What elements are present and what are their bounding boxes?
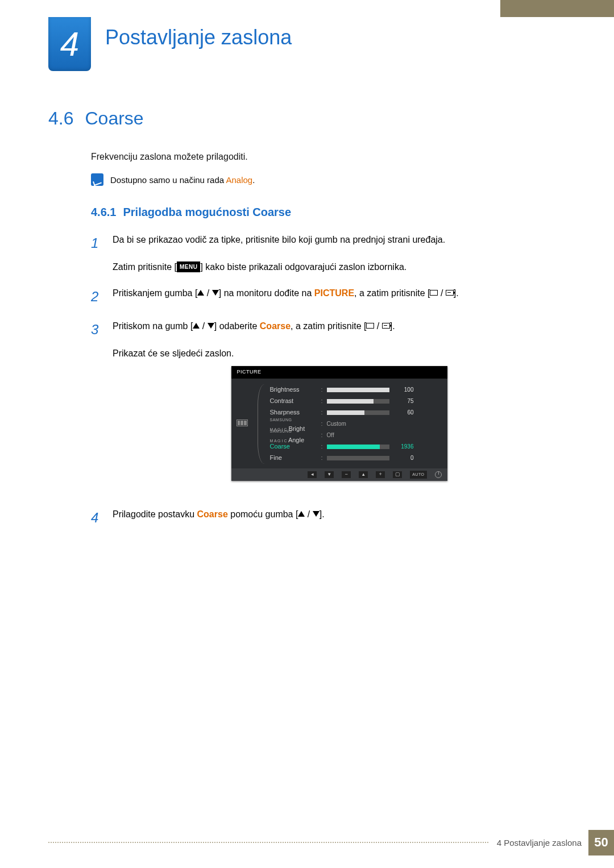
subsection-number: 4.6.1	[91, 206, 116, 218]
step-body: Prilagodite postavku Coarse pomoću gumba…	[113, 508, 566, 528]
source-icon	[430, 290, 438, 296]
osd-row-label: Fine	[270, 453, 321, 463]
osd-row-value: Off	[327, 431, 441, 439]
page-content: 4.6 Coarse Frekvenciju zaslona možete pr…	[48, 108, 566, 541]
step-body: Da bi se prikazao vodič za tipke, pritis…	[113, 233, 566, 274]
steps-list: 1 Da bi se prikazao vodič za tipke, prit…	[91, 233, 566, 528]
step-number: 1	[91, 233, 102, 274]
page-footer: 4 Postavljanje zaslona 50	[48, 831, 614, 854]
osd-plus-icon: +	[376, 471, 385, 478]
osd-row-value: 0	[327, 454, 441, 462]
step-number: 4	[91, 508, 102, 528]
down-arrow-icon	[212, 290, 219, 296]
osd-screenshot: PICTURE Brightness:100Contrast:75Sharpne…	[231, 366, 447, 481]
step-number: 3	[91, 319, 102, 495]
osd-row-label: Contrast	[270, 396, 321, 406]
osd-list: Brightness:100Contrast:75Sharpness:60SAM…	[270, 384, 441, 464]
step-4: 4 Prilagodite postavku Coarse pomoću gum…	[91, 508, 566, 528]
osd-row: Contrast:75	[270, 396, 441, 407]
osd-row-label: Brightness	[270, 385, 321, 394]
osd-power-icon	[435, 471, 442, 478]
enter-icon	[382, 323, 390, 329]
coarse-target: Coarse	[197, 509, 228, 519]
step-2: 2 Pritiskanjem gumba [ / ] na monitoru d…	[91, 286, 566, 307]
osd-curve	[258, 384, 264, 464]
osd-source-icon: ▢	[393, 471, 402, 478]
osd-row-value: 75	[327, 397, 441, 405]
step-body: Pritiskanjem gumba [ / ] na monitoru dođ…	[113, 286, 566, 307]
osd-row-value: 100	[327, 385, 441, 394]
down-arrow-icon	[313, 511, 320, 517]
osd-row: Brightness:100	[270, 384, 441, 396]
osd-side-indicator	[236, 384, 248, 464]
note: Dostupno samo u načinu rada Analog.	[91, 173, 566, 186]
page-number: 50	[588, 830, 614, 855]
chapter-number: 4	[60, 24, 79, 64]
step-3: 3 Pritiskom na gumb [ / ] odaberite Coar…	[91, 319, 566, 495]
subsection-title: Prilagodba mogućnosti Coarse	[123, 206, 291, 218]
menu-button-label: MENU	[177, 261, 200, 272]
step-1: 1 Da bi se prikazao vodič za tipke, prit…	[91, 233, 566, 274]
osd-down-icon: ▾	[325, 471, 334, 478]
osd-left-icon: ◂	[308, 471, 317, 478]
step-number: 2	[91, 286, 102, 307]
note-text: Dostupno samo u načinu rada Analog.	[110, 175, 255, 185]
osd-up-icon: ▴	[359, 471, 368, 478]
subsection-heading: 4.6.1Prilagodba mogućnosti Coarse	[91, 206, 566, 219]
osd-row-value: 1936	[327, 442, 441, 451]
intro-text: Frekvenciju zaslona možete prilagoditi.	[91, 152, 566, 162]
header-accent-bar	[500, 0, 614, 17]
battery-icon	[237, 420, 248, 426]
chapter-number-badge: 4	[48, 17, 91, 71]
enter-icon	[446, 290, 454, 296]
chapter-title: Postavljanje zaslona	[105, 26, 292, 49]
section-number: 4.6	[48, 108, 73, 129]
section-title: Coarse	[85, 108, 143, 129]
footer-label: 4 Postavljanje zaslona	[497, 838, 582, 848]
osd-title: PICTURE	[231, 366, 447, 379]
osd-minus-icon: −	[342, 471, 351, 478]
osd-row: Fine:0	[270, 452, 441, 464]
up-arrow-icon	[197, 290, 204, 296]
section-heading: 4.6 Coarse	[48, 108, 566, 129]
up-arrow-icon	[193, 323, 200, 329]
footer-divider	[48, 842, 488, 843]
osd-row-label: Coarse	[270, 442, 321, 451]
osd-footer: ◂ ▾ − ▴ + ▢ AUTO	[231, 468, 447, 481]
down-arrow-icon	[208, 323, 214, 329]
osd-row: SAMSUNGM A G I C Angle:Off	[270, 430, 441, 441]
coarse-target: Coarse	[260, 321, 291, 331]
source-icon	[366, 323, 374, 329]
osd-auto-label: AUTO	[410, 471, 426, 479]
step-body: Pritiskom na gumb [ / ] odaberite Coarse…	[113, 319, 566, 495]
osd-row-value: Custom	[327, 420, 441, 428]
analog-mode: Analog	[226, 175, 252, 185]
up-arrow-icon	[298, 511, 305, 517]
osd-row: Coarse:1936	[270, 441, 441, 452]
picture-target: PICTURE	[314, 288, 354, 298]
note-icon	[91, 173, 103, 186]
osd-body: Brightness:100Contrast:75Sharpness:60SAM…	[231, 379, 447, 468]
osd-row-value: 60	[327, 408, 441, 417]
